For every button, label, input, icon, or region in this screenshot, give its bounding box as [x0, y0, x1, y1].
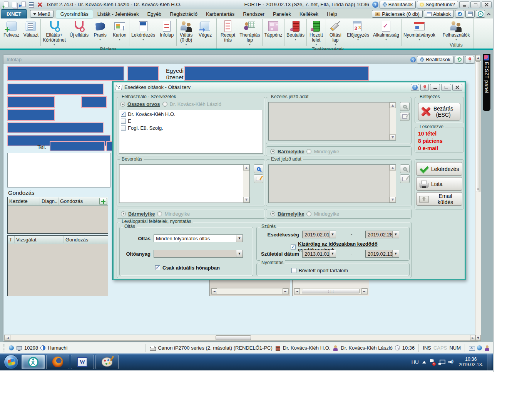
infolap-settings-button[interactable]: Beállítások [417, 56, 453, 64]
scroll-down-icon[interactable] [390, 134, 396, 140]
scroll-up-icon[interactable] [390, 165, 396, 171]
besorolas-listbox[interactable] [119, 164, 250, 203]
notes-box[interactable] [7, 153, 110, 188]
tray-clock[interactable]: 10:36 2019.02.13. [459, 357, 483, 367]
ellatas-kortortenet-button[interactable]: Ellátás+ Kórtörténet ▾ [40, 19, 67, 46]
extended-report-checkbox[interactable] [291, 268, 296, 273]
all-radio[interactable] [306, 149, 311, 154]
column-header[interactable]: Diagn... [40, 198, 59, 205]
hamachi-icon[interactable] [40, 345, 45, 350]
elojegyzes-button[interactable]: Előjegyzés ▾ [345, 19, 371, 46]
eset-edit-button[interactable] [400, 174, 410, 183]
menu-item[interactable]: Gyorsindítás [56, 10, 93, 18]
current-month-checkbox[interactable] [155, 265, 160, 270]
scroll-up-icon[interactable] [475, 55, 481, 61]
menu-button[interactable]: Menü [30, 10, 54, 18]
beutalas-button[interactable]: Beutalás ▾ [284, 19, 306, 46]
connection-orb-icon[interactable] [477, 345, 482, 350]
help-orb-icon[interactable] [372, 2, 378, 8]
exam-table-body[interactable] [8, 244, 108, 296]
scroll-right-icon[interactable] [361, 288, 367, 294]
restore-button[interactable] [470, 1, 480, 8]
taskbar-word-button[interactable] [71, 355, 94, 369]
menu-item[interactable]: Regisztráció [166, 10, 202, 18]
new-document-icon[interactable] [2, 1, 9, 8]
vegez-button[interactable]: Végez ▾ [196, 19, 215, 46]
nyomtatvanyok-button[interactable]: Nyomtatványok ▾ [401, 19, 437, 46]
scrollbar-thumb[interactable] [302, 289, 360, 293]
dialog-restore-button[interactable] [441, 84, 451, 91]
list-icon[interactable] [28, 1, 35, 8]
email-kuldes-button[interactable]: Email küldés [416, 192, 462, 206]
infolap-pin-button[interactable] [465, 56, 474, 64]
dropdown-arrow-icon[interactable] [329, 250, 336, 257]
menu-item[interactable]: Panelek [269, 10, 295, 18]
eset-search-button[interactable] [400, 164, 410, 173]
praxis-button[interactable]: Praxis ▾ [90, 19, 110, 46]
settings-button[interactable]: Beállítások [380, 1, 416, 8]
oltas-select[interactable]: Minden folyamatos oltás [154, 234, 243, 242]
printer-icon[interactable] [150, 345, 156, 351]
horizontal-scrollbar[interactable] [211, 288, 289, 295]
all-radio[interactable] [157, 211, 162, 216]
checkbox-icon[interactable] [121, 126, 126, 131]
collapse-ribbon-chevron[interactable] [487, 13, 491, 17]
action-center-flag-icon[interactable] [430, 359, 435, 365]
kezeles-listbox[interactable] [268, 102, 396, 141]
dropdown-arrow-icon[interactable] [236, 250, 243, 257]
patients-button[interactable]: Páciensek (0 db) [372, 10, 423, 18]
org-checkbox-row[interactable]: Dr. Kovács-Kléh H.O. [121, 111, 261, 117]
besorolas-edit-button[interactable] [254, 174, 263, 183]
user-icon[interactable] [484, 345, 490, 351]
any-radio[interactable] [270, 211, 275, 216]
infolap-help-icon[interactable] [410, 57, 416, 62]
language-indicator[interactable]: HU [412, 359, 419, 365]
mail-icon[interactable] [469, 345, 475, 351]
column-header[interactable]: Vizsgálat [15, 236, 64, 243]
dropdown-arrow-icon[interactable] [392, 250, 399, 257]
oltoanyag-select[interactable] [154, 250, 243, 258]
scrollbar-thumb[interactable] [216, 335, 251, 340]
column-header[interactable]: T [8, 236, 15, 243]
scroll-down-icon[interactable] [475, 335, 481, 341]
tray-expand-icon[interactable] [422, 359, 426, 363]
menu-item[interactable]: Listák - Jelentések [93, 10, 143, 18]
can-we-help-button[interactable]: Segíthetünk? [417, 1, 458, 8]
scroll-up-icon[interactable] [243, 165, 249, 171]
kezeles-search-button[interactable] [400, 102, 410, 111]
eeszt-panel-tab[interactable]: EESZT panel [483, 54, 490, 111]
user-icon[interactable] [333, 345, 338, 351]
kezeles-edit-button[interactable] [400, 112, 410, 121]
karton-button[interactable]: Karton ▾ [110, 19, 129, 46]
dialog-minimize-button[interactable] [430, 84, 440, 91]
connection-orb-icon[interactable] [9, 345, 14, 350]
ixnet-brand-tab[interactable]: IXNET [1, 9, 27, 18]
horizontal-scrollbar[interactable] [294, 288, 368, 295]
tappenz-button[interactable]: Táppénz ▾ [262, 19, 284, 46]
column-header[interactable]: Gondozás [64, 236, 107, 243]
bezaras-button[interactable]: Bezárás (ESC) [418, 103, 460, 121]
lekerdezes-ribbon-button[interactable]: Lekérdezés ▾ [129, 19, 157, 46]
dialog-close-x-button[interactable] [452, 84, 462, 91]
felvesz-button[interactable]: Felvesz ▾ [2, 19, 21, 46]
menu-item[interactable]: Help [323, 10, 341, 18]
scroll-up-icon[interactable] [390, 102, 396, 108]
birth-to-select[interactable]: 2019.02.13 [365, 250, 399, 258]
taskbar-firefox-button[interactable] [46, 355, 69, 369]
organization-icon[interactable] [275, 345, 281, 351]
volume-icon[interactable] [448, 359, 454, 365]
lekerdezes-button[interactable]: Lekérdezés [416, 162, 462, 176]
due-to-select[interactable]: 2019.02.28 [365, 231, 399, 238]
scroll-down-icon[interactable] [390, 197, 396, 203]
uj-ellatas-button[interactable]: Új ellátás ▾ [68, 19, 90, 46]
hozott-lelet-button[interactable]: Hozott lelet ▾ [306, 19, 326, 46]
add-care-button[interactable] [99, 198, 107, 205]
care-table[interactable]: KezdeteDiagn...Gondozás [7, 197, 108, 234]
menu-item[interactable]: Karbantartás [202, 10, 239, 18]
infolap-titlebar[interactable]: Infolap Beállítások [3, 55, 477, 64]
scroll-right-icon[interactable] [283, 288, 288, 294]
menu-item[interactable]: Kellékek [295, 10, 323, 18]
mdi-vertical-scrollbar[interactable] [475, 55, 481, 341]
checkbox-icon[interactable] [121, 112, 126, 117]
all-radio[interactable] [306, 211, 311, 216]
